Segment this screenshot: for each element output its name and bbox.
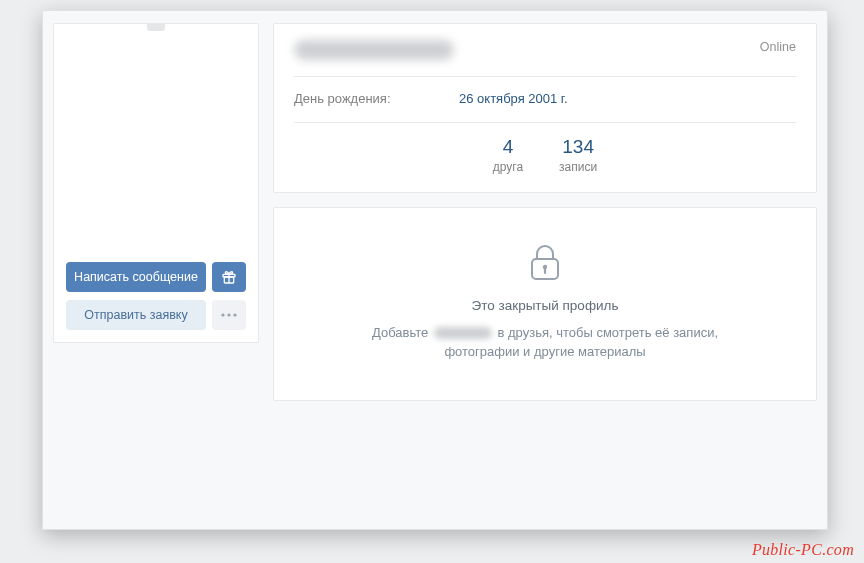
birthday-row: День рождения: 26 октября 2001 г.	[294, 77, 796, 123]
send-request-button[interactable]: Отправить заявку	[66, 300, 206, 330]
profile-info-card: Online День рождения: 26 октября 2001 г.…	[273, 23, 817, 193]
more-options-button[interactable]	[212, 300, 246, 330]
private-description: Добавьте в друзья, чтобы смотреть её зап…	[355, 323, 735, 362]
camera-notch	[147, 24, 165, 31]
private-name-redacted	[434, 327, 492, 339]
stat-posts-count: 134	[559, 137, 597, 158]
private-title: Это закрытый профиль	[294, 298, 796, 313]
window-frame: Написать сообщение Отправить заявку	[42, 10, 828, 530]
watermark: Public-PC.com	[752, 541, 854, 559]
stats-row: 4 друга 134 записи	[294, 123, 796, 180]
layout-container: Написать сообщение Отправить заявку	[53, 23, 817, 515]
lock-icon-wrap	[294, 242, 796, 282]
dots-icon	[221, 313, 237, 317]
main-column: Online День рождения: 26 октября 2001 г.…	[273, 23, 817, 515]
private-profile-card: Это закрытый профиль Добавьте в друзья, …	[273, 207, 817, 401]
birthday-value[interactable]: 26 октября 2001 г.	[459, 91, 568, 106]
stat-friends-label: друга	[493, 160, 523, 174]
gift-button[interactable]	[212, 262, 246, 292]
svg-point-5	[233, 313, 236, 316]
svg-point-3	[221, 313, 224, 316]
svg-point-4	[227, 313, 230, 316]
profile-sidebar: Написать сообщение Отправить заявку	[53, 23, 259, 343]
birthday-label: День рождения:	[294, 91, 459, 106]
profile-name-redacted	[294, 40, 454, 60]
stat-posts[interactable]: 134 записи	[559, 137, 597, 174]
stat-friends[interactable]: 4 друга	[493, 137, 523, 174]
stat-friends-count: 4	[493, 137, 523, 158]
online-status: Online	[760, 40, 796, 54]
private-desc-before: Добавьте	[372, 325, 428, 340]
request-row: Отправить заявку	[66, 300, 246, 330]
lock-icon	[528, 242, 562, 282]
stat-posts-label: записи	[559, 160, 597, 174]
avatar-placeholder[interactable]	[66, 31, 246, 254]
send-message-button[interactable]: Написать сообщение	[66, 262, 206, 292]
name-row: Online	[294, 40, 796, 77]
message-row: Написать сообщение	[66, 262, 246, 292]
gift-icon	[221, 269, 237, 285]
